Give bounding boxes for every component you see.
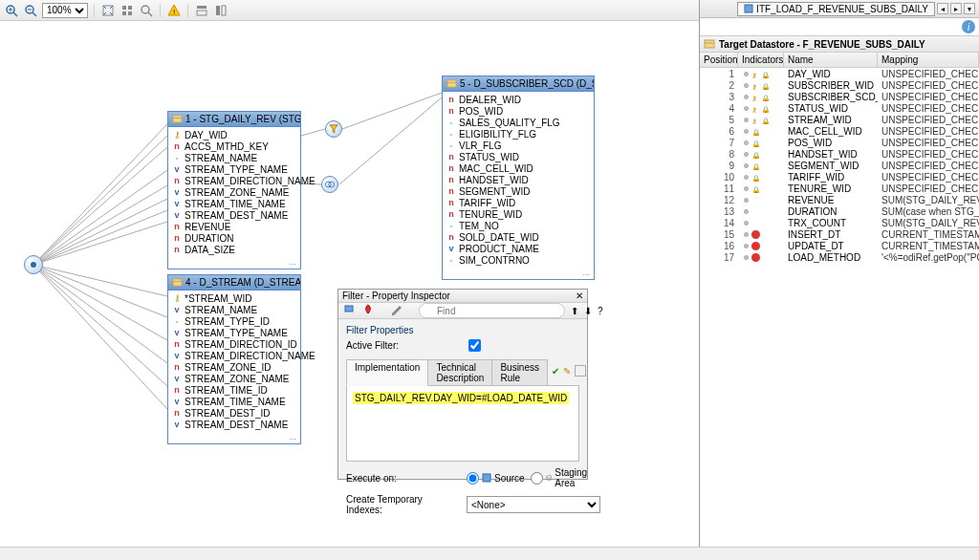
- prev-icon[interactable]: ⬆: [571, 303, 578, 318]
- tab-prev-icon[interactable]: ◂: [937, 3, 948, 14]
- column-item[interactable]: ACCS_MTHD_KEY: [168, 140, 300, 152]
- entity-stg_daily_rev[interactable]: 1 - STG_DAILY_REV (STG_DAILY_RDAY_WIDACC…: [167, 111, 301, 269]
- join-node-icon[interactable]: [321, 176, 338, 193]
- target-row[interactable]: 8HANDSET_WIDUNSPECIFIED_CHECK(D_SUBSCRIB…: [700, 148, 979, 160]
- info-icon[interactable]: i: [962, 20, 975, 33]
- warning-icon[interactable]: !: [166, 3, 182, 18]
- pencil-icon[interactable]: ✎: [563, 366, 571, 377]
- column-item[interactable]: PRODUCT_NAME: [443, 243, 594, 254]
- zoom-out-icon[interactable]: [23, 3, 38, 18]
- tab-list-icon[interactable]: ▾: [964, 3, 975, 14]
- target-row[interactable]: 10TARIFF_WIDUNSPECIFIED_CHECK(D_SUBSCRIB…: [700, 171, 979, 183]
- column-item[interactable]: DEALER_WID: [443, 94, 594, 105]
- tab-technical-description[interactable]: Technical Description: [428, 359, 492, 386]
- target-row[interactable]: 1DAY_WIDUNSPECIFIED_CHECK(STG_DAILY_REV.…: [700, 68, 979, 79]
- target-row[interactable]: 9SEGMENT_WIDUNSPECIFIED_CHECK(D_SUBSCRIB…: [700, 160, 979, 171]
- column-item[interactable]: STREAM_TYPE_NAME: [168, 327, 300, 338]
- filter-node-icon[interactable]: [325, 120, 342, 138]
- zoom-select[interactable]: 100%: [42, 3, 88, 18]
- column-item[interactable]: STREAM_ZONE_ID: [168, 361, 300, 373]
- execute-staging-radio[interactable]: Staging Area: [531, 467, 591, 488]
- execute-source-radio[interactable]: Source: [467, 472, 525, 485]
- search-icon[interactable]: [139, 3, 154, 18]
- svg-rect-8: [122, 6, 126, 10]
- column-item[interactable]: TENURE_WID: [443, 208, 594, 220]
- target-row[interactable]: 13DURATIONSUM(case when STG_DAILY_REV.ST…: [700, 205, 979, 217]
- layout1-icon[interactable]: [194, 3, 209, 18]
- column-item[interactable]: VLR_FLG: [443, 140, 594, 151]
- column-item[interactable]: STREAM_NAME: [168, 152, 300, 163]
- expand-icon[interactable]: [575, 365, 586, 377]
- column-item[interactable]: STREAM_TIME_ID: [168, 384, 300, 396]
- target-row[interactable]: 2SUBSCRIBER_WIDUNSPECIFIED_CHECK(D_SUBSC…: [700, 79, 979, 91]
- column-item[interactable]: STREAM_TIME_NAME: [168, 198, 300, 209]
- layout2-icon[interactable]: [213, 3, 228, 18]
- column-item[interactable]: TARIFF_WID: [443, 197, 594, 208]
- column-item[interactable]: DAY_WID: [168, 129, 300, 140]
- next-icon[interactable]: ⬇: [584, 303, 592, 318]
- column-item[interactable]: STREAM_DIRECTION_NAME: [168, 350, 300, 361]
- target-row[interactable]: 14TRX_COUNTSUM(STG_DAILY_REV.COUNT_TX): [700, 217, 979, 228]
- target-row[interactable]: 3SUBSCRIBER_SCD_WIDUNSPECIFIED_CHECK(D_S…: [700, 91, 979, 102]
- column-item[interactable]: REVENUE: [168, 221, 300, 232]
- column-item[interactable]: MAC_CELL_WID: [443, 162, 594, 174]
- column-item[interactable]: STREAM_TYPE_NAME: [168, 163, 300, 175]
- target-row[interactable]: 7POS_WIDUNSPECIFIED_CHECK(D_SUBSCRIBER_S…: [700, 137, 979, 148]
- column-item[interactable]: DATA_SIZE: [168, 244, 300, 255]
- cti-select[interactable]: <None>: [467, 496, 600, 513]
- target-row[interactable]: 17LOAD_METHOD'<%=odiRef.getPop("POP_NAME…: [700, 251, 979, 263]
- tab-next-icon[interactable]: ▸: [950, 3, 962, 14]
- column-item[interactable]: STREAM_DEST_NAME: [168, 209, 300, 221]
- filter-expression[interactable]: STG_DAILY_REV.DAY_WID=#LOAD_DATE_WID: [353, 392, 569, 404]
- column-item[interactable]: STREAM_NAME: [168, 304, 300, 315]
- column-item[interactable]: STREAM_ZONE_NAME: [168, 186, 300, 198]
- close-icon[interactable]: ✕: [576, 291, 583, 301]
- grid-icon[interactable]: [120, 3, 135, 18]
- column-item[interactable]: STREAM_DEST_NAME: [168, 419, 300, 430]
- column-item[interactable]: TEM_NO: [443, 220, 594, 231]
- target-grid-body[interactable]: 1DAY_WIDUNSPECIFIED_CHECK(STG_DAILY_REV.…: [700, 68, 979, 560]
- column-item[interactable]: STREAM_TYPE_ID: [168, 315, 300, 327]
- target-row[interactable]: 16UPDATE_DTCURRENT_TIMESTAMP: [700, 240, 979, 251]
- num-column-icon: [172, 233, 182, 243]
- column-item[interactable]: SEGMENT_WID: [443, 185, 594, 197]
- column-item[interactable]: STREAM_ZONE_NAME: [168, 373, 300, 384]
- target-row[interactable]: 11TENURE_WIDUNSPECIFIED_CHECK(D_SUBSCRIB…: [700, 183, 979, 194]
- check-icon[interactable]: ✔: [552, 366, 559, 377]
- column-item[interactable]: STREAM_DEST_ID: [168, 407, 300, 419]
- target-row[interactable]: 5STREAM_WIDUNSPECIFIED_CHECK(D_STREAM.ST…: [700, 114, 979, 125]
- column-item[interactable]: STREAM_DIRECTION_NAME: [168, 175, 300, 186]
- column-item[interactable]: SIM_CONTRNO: [443, 254, 594, 266]
- target-row[interactable]: 15INSERT_DTCURRENT_TIMESTAMP: [700, 228, 979, 240]
- edit-icon[interactable]: [390, 303, 403, 318]
- column-item[interactable]: HANDSET_WID: [443, 174, 594, 185]
- filter-property-inspector: Filter - Property Inspector ✕ ⬆ ⬇ ?: [337, 289, 588, 480]
- document-tab[interactable]: ITF_LOAD_F_REVENUE_SUBS_DAILY: [737, 2, 935, 16]
- column-item[interactable]: STATUS_WID: [443, 151, 594, 162]
- pin-icon[interactable]: [342, 303, 356, 318]
- entity-d_stream[interactable]: 4 - D_STREAM (D_STREAM)*STREAM_WIDSTREAM…: [167, 274, 301, 444]
- column-item[interactable]: *STREAM_WID: [168, 292, 300, 304]
- find-input[interactable]: [419, 303, 565, 318]
- entity-d_subscriber_scd[interactable]: 5 - D_SUBSCRIBER_SCD (D_SUBSCFDEALER_WID…: [442, 75, 595, 280]
- freeze-icon[interactable]: [361, 303, 375, 318]
- column-item[interactable]: POS_WID: [443, 105, 594, 117]
- source-node-icon[interactable]: [24, 255, 43, 274]
- column-item[interactable]: STREAM_TIME_NAME: [168, 396, 300, 407]
- fit-icon[interactable]: [100, 3, 116, 18]
- zoom-in-icon[interactable]: [4, 3, 19, 18]
- tab-implementation[interactable]: Implementation: [346, 359, 428, 386]
- column-item[interactable]: ELIGIBILITY_FLG: [443, 128, 594, 140]
- target-row[interactable]: 4STATUS_WIDUNSPECIFIED_CHECK(D_SUBSCRIBE…: [700, 102, 979, 114]
- column-item[interactable]: DURATION: [168, 232, 300, 244]
- help-icon[interactable]: ?: [598, 303, 603, 318]
- column-item[interactable]: SOLD_DATE_WID: [443, 231, 594, 243]
- target-row[interactable]: 12REVENUESUM(STG_DAILY_REV.REVENUE): [700, 194, 979, 205]
- target-row[interactable]: 6MAC_CELL_WIDUNSPECIFIED_CHECK(D_SUBSCRI…: [700, 125, 979, 137]
- active-filter-checkbox[interactable]: [468, 339, 481, 352]
- var-column-icon: [172, 164, 182, 174]
- column-item[interactable]: STREAM_DIRECTION_ID: [168, 338, 300, 350]
- mapping-canvas[interactable]: 1 - STG_DAILY_REV (STG_DAILY_RDAY_WIDACC…: [0, 21, 699, 547]
- tab-business-rule[interactable]: Business Rule: [492, 359, 548, 386]
- column-item[interactable]: SALES_QUALITY_FLG: [443, 117, 594, 128]
